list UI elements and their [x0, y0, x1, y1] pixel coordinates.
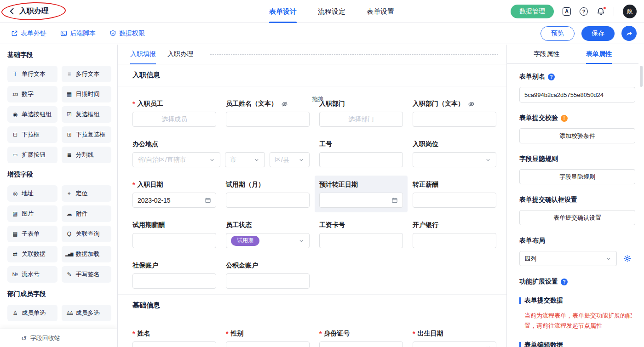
field-onboard-dept-text[interactable]: 入职部门（文本）: [413, 99, 496, 127]
field-onboard-date[interactable]: *入职日期 2023-02-15: [132, 180, 216, 208]
tab-form-properties[interactable]: 表单属性: [586, 45, 612, 63]
field-type-signature[interactable]: ✎手写签名: [62, 266, 112, 283]
province-select[interactable]: 省/自治区/直辖市: [132, 152, 220, 167]
language-icon[interactable]: A: [563, 7, 571, 16]
tab-flow-setting[interactable]: 流程设定: [318, 0, 345, 23]
form-alias-input[interactable]: 5ca994b2ca2d5755e8050d24: [519, 87, 635, 102]
submit-confirm-button[interactable]: 表单提交确认设置: [519, 210, 635, 225]
text-input[interactable]: [132, 233, 216, 248]
text-input[interactable]: [132, 273, 216, 289]
field-type-single-line-text[interactable]: T单行文本: [7, 66, 58, 82]
add-validation-button[interactable]: 添加校验条件: [519, 128, 635, 143]
field-type-address[interactable]: ◎地址: [7, 185, 58, 202]
data-permission-button[interactable]: 数据权限: [109, 29, 145, 38]
single-line-text-icon: T: [12, 71, 19, 77]
status-select[interactable]: 试用期: [226, 233, 310, 248]
field-gender[interactable]: *性别: [226, 329, 310, 347]
tab-field-properties[interactable]: 字段属性: [534, 45, 559, 63]
field-name[interactable]: *姓名: [132, 329, 216, 347]
share-button[interactable]: [621, 26, 637, 41]
field-office-location[interactable]: 办公地点 省/自治区/直辖市 市 区/县: [132, 140, 310, 167]
text-input[interactable]: [319, 233, 403, 248]
canvas-tab-onboard-fill[interactable]: 入职填报: [130, 45, 156, 64]
field-type-attachment[interactable]: ☁附件: [62, 205, 112, 222]
position-select[interactable]: [413, 152, 496, 167]
text-input[interactable]: [319, 152, 403, 167]
avatar[interactable]: 政: [623, 5, 637, 18]
field-type-number[interactable]: 123数字: [7, 86, 58, 102]
back-button[interactable]: 入职办理: [0, 6, 49, 16]
text-input[interactable]: [413, 193, 496, 208]
field-type-datetime[interactable]: ▦日期时间: [62, 86, 112, 102]
field-housing-fund-account[interactable]: 公积金账户: [226, 261, 310, 289]
text-input[interactable]: [226, 273, 310, 289]
field-regular-salary[interactable]: 转正薪酬: [413, 180, 496, 208]
notification-bell-icon[interactable]: [597, 7, 605, 16]
field-type-serial-number[interactable]: №流水号: [7, 266, 58, 283]
field-onboard-position[interactable]: 入职岗位: [413, 140, 496, 167]
backend-script-button[interactable]: 后端脚本: [60, 29, 96, 38]
visibility-rules-button[interactable]: 字段显隐规则: [519, 169, 635, 184]
field-salary-card-number[interactable]: 工资卡号: [319, 221, 403, 248]
field-type-extend-button[interactable]: ▭扩展按钮: [7, 147, 58, 163]
field-type-image[interactable]: ▨图片: [7, 205, 58, 222]
notification-dot: [603, 6, 606, 10]
field-expected-regular-date[interactable]: 预计转正日期: [319, 180, 403, 208]
share-arrow-icon: [626, 30, 633, 37]
field-type-location[interactable]: ⌖定位: [62, 185, 112, 202]
field-recycle-bin[interactable]: ↺ 字段回收站: [0, 329, 117, 347]
field-probation-salary[interactable]: 试用期薪酬: [132, 221, 216, 248]
field-id-number[interactable]: *身份证号: [319, 329, 403, 347]
scrollbar-thumb[interactable]: [640, 66, 643, 87]
date-input[interactable]: 2023-02-15: [132, 193, 216, 208]
field-probation-months[interactable]: 试用期（月）: [226, 180, 310, 208]
preview-button[interactable]: 预览: [540, 26, 575, 41]
text-input[interactable]: [413, 233, 496, 248]
field-type-multi-line-text[interactable]: ≡多行文本: [62, 66, 112, 82]
save-button[interactable]: 保存: [581, 26, 615, 41]
field-birth-date[interactable]: *出生日期 2023-02-15: [413, 329, 496, 347]
text-input[interactable]: [413, 112, 496, 127]
field-type-data-load[interactable]: ▂▅▇数据加载: [62, 246, 112, 262]
tab-form-design[interactable]: 表单设计: [269, 0, 297, 23]
member-picker-input[interactable]: 选择成员: [132, 112, 216, 127]
text-input[interactable]: [226, 193, 310, 208]
field-bank[interactable]: 开户银行: [413, 221, 496, 248]
date-input[interactable]: 2023-02-15: [413, 341, 496, 347]
city-select[interactable]: 市: [225, 152, 265, 167]
gender-select[interactable]: [226, 341, 310, 347]
alias-help-icon[interactable]: ?: [548, 74, 555, 80]
text-input[interactable]: [226, 112, 310, 127]
district-select[interactable]: 区/县: [270, 152, 310, 167]
field-type-divider[interactable]: ≣分割线: [62, 147, 112, 163]
field-employee-name-text[interactable]: 员工姓名（文本）: [226, 99, 310, 127]
tab-form-setting[interactable]: 表单设置: [367, 0, 394, 23]
canvas-tab-onboard-handle[interactable]: 入职办理: [167, 45, 193, 64]
field-type-linked-query[interactable]: Ϙ关联查询: [62, 226, 112, 242]
text-input[interactable]: [132, 341, 216, 347]
field-social-security-account[interactable]: 社保账户: [132, 261, 216, 289]
layout-gear-icon[interactable]: [623, 255, 631, 262]
field-type-select[interactable]: ⊟下拉框: [7, 126, 58, 143]
data-manage-button[interactable]: 数据管理: [511, 5, 554, 18]
date-input[interactable]: [319, 193, 403, 208]
field-type-linked-data[interactable]: ⇄关联数据: [7, 246, 58, 262]
field-onboard-employee[interactable]: *入职员工 选择成员: [132, 99, 216, 127]
field-employee-status[interactable]: 员工状态 试用期: [226, 221, 310, 248]
chevron-down-icon: [605, 256, 612, 262]
field-onboard-dept[interactable]: 入职部门 选择部门: [319, 99, 403, 127]
extension-help-icon[interactable]: ?: [561, 279, 568, 285]
field-type-checkbox-group[interactable]: ☑复选框组: [62, 106, 112, 123]
field-type-member-single[interactable]: ♙成员单选: [7, 305, 58, 321]
field-type-label: 关联数据: [22, 250, 46, 258]
field-type-multi-select[interactable]: ⊞下拉复选框: [62, 126, 112, 143]
help-icon[interactable]: ?: [580, 7, 588, 16]
field-job-number[interactable]: 工号: [319, 140, 403, 167]
field-type-subform[interactable]: ▤子表单: [7, 226, 58, 242]
text-input[interactable]: [319, 341, 403, 347]
external-link-button[interactable]: 表单外链: [11, 29, 46, 38]
layout-select[interactable]: 四列: [519, 251, 617, 266]
field-type-member-multi[interactable]: ♙♙成员多选: [62, 305, 112, 321]
field-type-radio-group[interactable]: ◉单选按钮组: [7, 106, 58, 123]
dept-picker-input[interactable]: 选择部门: [319, 112, 403, 127]
